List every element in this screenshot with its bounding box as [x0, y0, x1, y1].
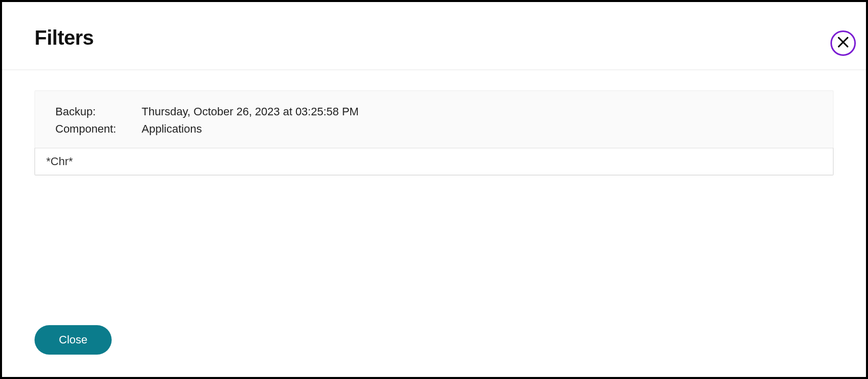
info-row-component: Component: Applications [55, 122, 813, 136]
close-icon [836, 35, 851, 52]
dialog-title: Filters [35, 26, 833, 49]
dialog-footer: Close [35, 325, 112, 355]
info-row-backup: Backup: Thursday, October 26, 2023 at 03… [55, 105, 813, 118]
dialog-header: Filters [2, 2, 866, 70]
component-label: Component: [55, 122, 142, 136]
close-button[interactable]: Close [35, 325, 112, 355]
backup-value: Thursday, October 26, 2023 at 03:25:58 P… [142, 105, 813, 118]
component-value: Applications [142, 122, 813, 136]
close-icon-button[interactable] [830, 30, 856, 56]
info-panel: Backup: Thursday, October 26, 2023 at 03… [35, 90, 833, 148]
filter-input[interactable] [35, 148, 833, 175]
dialog-content: Backup: Thursday, October 26, 2023 at 03… [2, 70, 866, 175]
backup-label: Backup: [55, 105, 142, 118]
